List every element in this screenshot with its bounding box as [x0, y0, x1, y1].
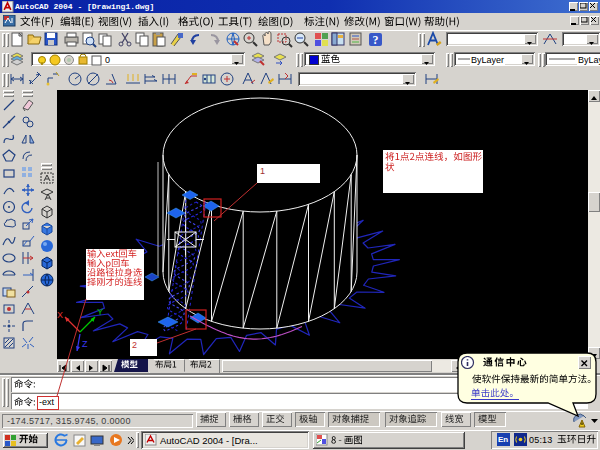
- svg-text:?: ?: [373, 33, 379, 47]
- svg-text:Y: Y: [97, 307, 103, 317]
- svg-text:1: 1: [260, 166, 265, 176]
- svg-text:Z: Z: [82, 339, 88, 349]
- svg-text:2: 2: [132, 340, 137, 350]
- svg-text:X: X: [57, 310, 63, 320]
